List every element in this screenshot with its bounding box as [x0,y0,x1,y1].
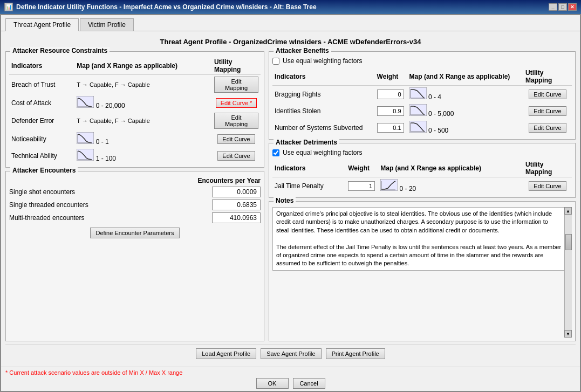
constraint-utility: Edit Curve * [212,94,261,111]
use-equal-weights-benefits-checkbox[interactable] [272,58,279,65]
tab-victim-profile[interactable]: Victim Profile [80,18,134,31]
constraint-row: Cost of Attack 0 - 20,000 Edit Curve * [9,94,261,111]
constraint-map: 0 - 20,000 [74,94,212,111]
tab-threat-agent-profile[interactable]: Threat Agent Profile [5,18,79,31]
detriments-title: Attacker Detriments [274,139,339,146]
notes-scroll-down[interactable]: ▼ [564,330,572,338]
detriments-col-utility: Utility Mapping [523,160,572,177]
benefit-btn-2[interactable]: Edit Curve [529,123,566,133]
detriment-weight [346,177,378,195]
benefit-utility: Edit Curve [523,86,572,103]
bottom-buttons-row: Load Agent Profile Save Agent Profile Pr… [5,345,576,362]
benefit-weight-input-2[interactable] [377,123,404,133]
curve-icon-constraint-4 [77,155,94,162]
main-window: Threat Agent Profile Victim Profile Thre… [0,14,581,392]
detriments-col-indicators: Indicators [272,160,346,177]
constraint-row: Breach of Trust T → Capable, F → Capable… [9,75,261,95]
benefit-btn-1[interactable]: Edit Curve [529,106,566,116]
define-encounter-parameters-button[interactable]: Define Encounter Parameters [90,228,180,238]
benefits-col-indicators: Indicators [272,68,375,86]
save-agent-profile-button[interactable]: Save Agent Profile [261,348,322,359]
benefits-col-utility: Utility Mapping [523,68,572,86]
constraint-utility: Edit Mapping [212,75,261,95]
notes-group: Notes Organized crime's principal object… [269,201,576,341]
warning-text: * Current attack scenario values are out… [5,369,576,376]
resource-constraints-title: Attacker Resource Constraints [10,47,110,54]
encounter-value-input-1[interactable] [212,200,261,210]
cancel-button[interactable]: Cancel [293,378,325,389]
benefit-weight [375,86,407,103]
minimize-button[interactable]: _ [549,3,557,11]
benefit-weight [375,102,407,119]
constraint-map: T → Capable, F → Capable [74,111,212,130]
encounters-title: Attacker Encounters [10,167,78,174]
benefit-row: Identities Stolen 0 - 5,000 Edit Curve [272,102,572,119]
maximize-button[interactable]: □ [558,3,567,11]
detriments-col-map: Map (and X Range as applicable) [378,160,523,177]
ok-button[interactable]: OK [256,378,289,389]
benefit-weight-input-0[interactable] [377,90,404,99]
close-button[interactable]: ✕ [568,3,577,11]
notes-text: Organized crime's principal objective is… [272,207,572,271]
benefit-map: 0 - 5,000 [407,102,523,119]
constraint-btn-4[interactable]: Edit Curve [217,151,255,161]
benefit-weight-input-1[interactable] [377,106,404,116]
use-equal-weights-detriments-label: Use equal weighting factors [283,149,362,156]
attacker-resource-constraints-group: Attacker Resource Constraints Indicators… [5,51,264,168]
window-title: Define Indicator Utility Functions - Imp… [16,3,317,11]
constraint-row: Defender Error T → Capable, F → Capable … [9,111,261,130]
use-equal-weights-benefits-label: Use equal weighting factors [283,57,362,65]
constraint-indicator: Defender Error [9,111,74,130]
constraint-btn-1[interactable]: Edit Curve * [216,98,257,108]
benefit-utility: Edit Curve [523,119,572,136]
constraint-indicator: Technical Ability [9,147,74,164]
svg-rect-6 [77,149,94,161]
benefits-col-weight: Weight [375,68,407,86]
use-equal-weights-detriments-checkbox[interactable] [272,149,279,156]
constraint-utility: Edit Mapping [212,111,261,130]
attacker-benefits-group: Attacker Benefits Use equal weighting fa… [269,51,576,140]
encounter-value-input-0[interactable] [212,187,261,197]
benefit-row: Bragging Rights 0 - 4 Edit Curve [272,86,572,103]
detriment-map: 0 - 20 [378,177,523,195]
use-equal-weights-detriments-row: Use equal weighting factors [272,149,572,156]
constraint-utility: Edit Curve [212,130,261,147]
benefit-indicator: Bragging Rights [272,86,375,103]
detriment-btn-0[interactable]: Edit Curve [529,181,566,191]
profile-title: Threat Agent Profile - OrganizedCrime wI… [5,36,576,48]
constraint-indicator: Cost of Attack [9,94,74,111]
constraint-map: 1 - 100 [74,147,212,164]
attacker-encounters-group: Attacker Encounters Encounters per Year … [5,171,264,341]
benefit-btn-0[interactable]: Edit Curve [529,90,566,99]
constraint-utility: Edit Curve [212,147,261,164]
encounter-label: Multi-threaded encounters [9,214,84,222]
constraint-btn-2[interactable]: Edit Mapping [214,113,258,129]
right-panel: Attacker Benefits Use equal weighting fa… [269,51,576,341]
notes-scroll-up[interactable]: ▲ [564,207,572,215]
load-agent-profile-button[interactable]: Load Agent Profile [196,348,256,359]
notes-scroll-thumb[interactable] [565,234,572,250]
detriment-weight-input-0[interactable] [348,181,375,191]
encounter-label: Single shot encounters [9,188,75,196]
curve-icon-constraint-1 [77,102,94,109]
svg-rect-3 [77,132,94,144]
print-agent-profile-button[interactable]: Print Agent Profile [326,348,385,359]
benefit-map: 0 - 4 [407,86,523,103]
encounter-row: Multi-threaded encounters [9,212,261,223]
attacker-detriments-group: Attacker Detriments Use equal weighting … [269,143,576,198]
benefits-title: Attacker Benefits [274,47,331,54]
col-utility: Utility Mapping [212,57,261,75]
benefit-weight [375,119,407,136]
benefits-col-map: Map (and X Range as applicable) [407,68,523,86]
footer-bar: * Current attack scenario values are out… [1,367,580,391]
tab-bar: Threat Agent Profile Victim Profile [1,15,580,31]
constraint-btn-0[interactable]: Edit Mapping [214,77,258,93]
col-map: Map (and X Range as applicable) [74,57,212,75]
benefit-utility: Edit Curve [523,102,572,119]
detriment-row: Jail Time Penalty 0 - 20 Edit Curve [272,177,572,195]
constraint-btn-3[interactable]: Edit Curve [217,134,255,144]
detriments-col-weight: Weight [346,160,378,177]
encounter-value-input-2[interactable] [212,212,261,223]
ok-cancel-row: OK Cancel [5,378,576,389]
benefit-map: 0 - 500 [407,119,523,136]
